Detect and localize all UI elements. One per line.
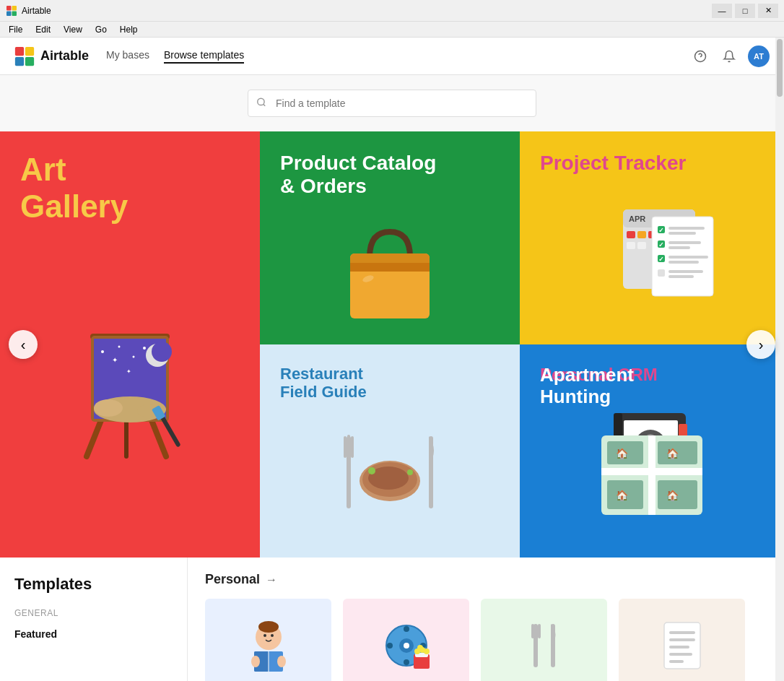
svg-rect-55 bbox=[668, 261, 699, 264]
maximize-button[interactable]: □ bbox=[735, 4, 755, 18]
template-card-2[interactable] bbox=[343, 599, 469, 681]
svg-point-103 bbox=[277, 656, 286, 667]
header-left: Airtable My bases Browse templates bbox=[14, 46, 244, 66]
card-apartment[interactable]: ApartmentHunting 🏠 🏠 � bbox=[520, 344, 784, 558]
card-restaurant-illustration bbox=[280, 402, 500, 543]
sidebar-general-category: General bbox=[14, 608, 173, 618]
card-art-gallery-illustration: ✦ ✦ bbox=[20, 225, 240, 543]
menu-go[interactable]: Go bbox=[90, 23, 113, 36]
svg-point-10 bbox=[258, 98, 264, 105]
svg-rect-119 bbox=[538, 624, 541, 638]
svg-rect-40 bbox=[627, 242, 635, 249]
templates-title: Templates bbox=[14, 575, 173, 594]
personal-section-title: Personal bbox=[205, 572, 260, 587]
svg-rect-122 bbox=[669, 631, 695, 634]
menu-view[interactable]: View bbox=[58, 23, 88, 36]
card-product-catalog[interactable]: Product Catalog& Orders bbox=[260, 131, 520, 344]
templates-sidebar: Templates General Featured bbox=[0, 558, 188, 681]
sidebar-featured-item[interactable]: Featured bbox=[14, 624, 173, 644]
menu-file[interactable]: File bbox=[3, 23, 28, 36]
card-product-catalog-illustration bbox=[280, 198, 500, 330]
svg-point-115 bbox=[424, 649, 430, 654]
svg-rect-85 bbox=[648, 435, 655, 515]
svg-text:✦: ✦ bbox=[112, 356, 118, 364]
card-project-tracker-illustration: APR ✓ ✓ ✓ bbox=[540, 175, 764, 330]
app-header: Airtable My bases Browse templates AT bbox=[0, 38, 784, 75]
templates-section: Templates General Featured Personal → bbox=[0, 558, 784, 681]
svg-rect-57 bbox=[668, 270, 703, 273]
search-wrapper bbox=[248, 90, 536, 117]
svg-rect-46 bbox=[668, 227, 705, 230]
carousel-grid: ArtGallery bbox=[0, 131, 784, 558]
svg-point-106 bbox=[404, 643, 409, 649]
svg-point-107 bbox=[404, 626, 409, 632]
card-art-gallery[interactable]: ArtGallery bbox=[0, 131, 260, 558]
svg-rect-5 bbox=[25, 46, 34, 55]
scrollbar[interactable] bbox=[775, 38, 784, 681]
card-project-tracker[interactable]: Project Tracker APR bbox=[520, 131, 784, 344]
template-cards-row bbox=[205, 599, 767, 681]
svg-point-109 bbox=[387, 643, 393, 649]
svg-point-108 bbox=[404, 659, 409, 665]
svg-line-13 bbox=[152, 420, 166, 456]
svg-rect-37 bbox=[627, 231, 635, 238]
svg-point-98 bbox=[271, 634, 274, 637]
svg-rect-41 bbox=[637, 242, 646, 249]
personal-section-arrow[interactable]: → bbox=[266, 573, 277, 586]
svg-text:🏠: 🏠 bbox=[616, 490, 629, 502]
carousel-next-button[interactable]: › bbox=[746, 330, 775, 359]
svg-line-11 bbox=[263, 104, 266, 106]
template-card-1[interactable] bbox=[205, 599, 331, 681]
card-apartment-illustration: 🏠 🏠 🏠 🏠 bbox=[540, 408, 764, 543]
svg-point-96 bbox=[258, 621, 279, 633]
svg-rect-60 bbox=[344, 436, 347, 458]
card-product-catalog-title: Product Catalog& Orders bbox=[280, 152, 500, 198]
template-card-3[interactable] bbox=[481, 599, 607, 681]
menu-edit[interactable]: Edit bbox=[30, 23, 56, 36]
svg-text:✓: ✓ bbox=[658, 256, 664, 263]
title-bar: Airtable — □ ✕ bbox=[0, 0, 784, 22]
svg-point-26 bbox=[143, 347, 146, 350]
svg-rect-56 bbox=[658, 269, 665, 277]
svg-rect-126 bbox=[669, 660, 684, 663]
app-icon bbox=[6, 5, 17, 17]
logo-icon bbox=[14, 46, 35, 66]
search-section bbox=[0, 75, 784, 131]
svg-rect-61 bbox=[351, 436, 354, 458]
svg-point-23 bbox=[101, 350, 104, 353]
svg-rect-58 bbox=[668, 275, 694, 278]
svg-point-97 bbox=[263, 634, 266, 637]
search-input[interactable] bbox=[248, 90, 536, 117]
templates-main: Personal → bbox=[188, 558, 784, 681]
minimize-button[interactable]: — bbox=[712, 4, 732, 18]
carousel: ‹ › ArtGallery bbox=[0, 131, 784, 558]
svg-point-25 bbox=[133, 355, 135, 357]
card-restaurant[interactable]: RestaurantField Guide bbox=[260, 344, 520, 558]
scrollbar-thumb[interactable] bbox=[777, 39, 783, 97]
menu-bar: File Edit View Go Help bbox=[0, 22, 784, 38]
title-bar-controls: — □ ✕ bbox=[712, 4, 778, 18]
svg-rect-50 bbox=[668, 241, 701, 244]
svg-rect-33 bbox=[350, 263, 430, 272]
help-icon[interactable] bbox=[690, 46, 710, 66]
card-apartment-title: ApartmentHunting bbox=[540, 365, 764, 408]
nav-browse-templates[interactable]: Browse templates bbox=[164, 49, 244, 64]
carousel-prev-button[interactable]: ‹ bbox=[9, 330, 38, 359]
notifications-icon[interactable] bbox=[719, 46, 739, 66]
card-art-gallery-title: ArtGallery bbox=[20, 152, 240, 225]
svg-rect-6 bbox=[15, 56, 24, 65]
svg-point-67 bbox=[368, 467, 375, 474]
menu-help[interactable]: Help bbox=[114, 23, 144, 36]
title-bar-text: Airtable bbox=[22, 6, 51, 16]
avatar[interactable]: AT bbox=[748, 45, 770, 67]
svg-point-116 bbox=[417, 645, 423, 651]
template-card-4[interactable] bbox=[619, 599, 745, 681]
svg-rect-51 bbox=[668, 246, 690, 249]
nav-my-bases[interactable]: My bases bbox=[106, 49, 149, 64]
section-header: Personal → bbox=[205, 572, 767, 587]
header-right: AT bbox=[690, 45, 770, 67]
svg-point-22 bbox=[152, 342, 172, 362]
svg-text:✓: ✓ bbox=[658, 241, 664, 248]
close-button[interactable]: ✕ bbox=[758, 4, 778, 18]
logo[interactable]: Airtable bbox=[14, 46, 89, 66]
